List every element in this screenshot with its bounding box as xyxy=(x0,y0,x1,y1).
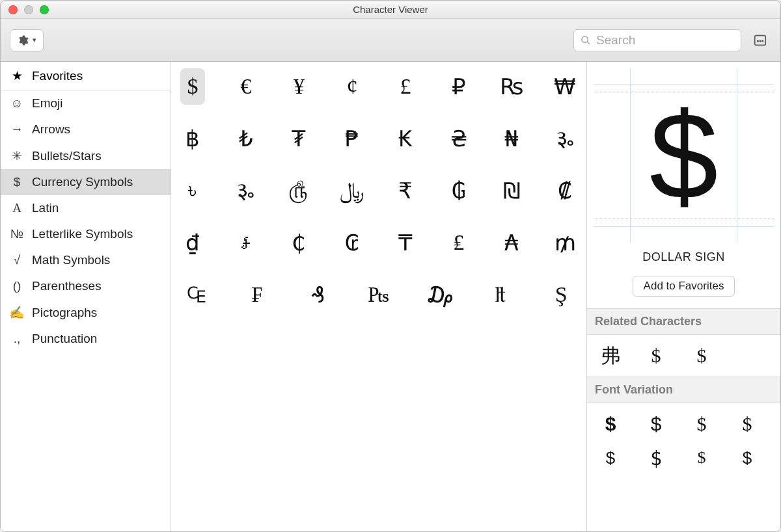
font-variation[interactable]: $ xyxy=(597,411,623,437)
sidebar-category-item[interactable]: .,Punctuation xyxy=(1,326,171,352)
font-variation-row: $$$$ xyxy=(587,445,780,479)
related-header: Related Characters xyxy=(587,308,780,335)
character-cell[interactable]: ฿ xyxy=(180,120,205,157)
category-icon: ✳ xyxy=(10,148,24,163)
category-label: Latin xyxy=(32,201,59,215)
sidebar-category-item[interactable]: $Currency Symbols xyxy=(1,169,171,195)
font-variation[interactable]: $ xyxy=(643,411,669,437)
category-icon: ☺ xyxy=(10,96,24,111)
add-to-favorites-button[interactable]: Add to Favorites xyxy=(633,276,735,297)
character-cell[interactable]: € xyxy=(234,68,258,105)
character-cell[interactable]: ₹ xyxy=(393,172,418,209)
category-icon: ✍ xyxy=(10,305,24,320)
character-grid: $€¥¢£₽₨₩฿₺₮₱₭₴₦૱৳૱௹﷼₹₲₪₡₫៛₵₢₸₤₳₥₠₣₰₧₯₶Ş xyxy=(171,62,586,531)
character-cell[interactable]: ৳ xyxy=(180,172,205,209)
svg-line-1 xyxy=(587,42,590,44)
category-list: ☺Emoji→Arrows✳Bullets/Stars$Currency Sym… xyxy=(1,90,171,531)
category-icon: () xyxy=(10,279,24,293)
font-variation[interactable]: $ xyxy=(689,445,715,471)
category-label: Currency Symbols xyxy=(32,175,133,189)
preview-glyph[interactable]: $ xyxy=(650,85,719,226)
sidebar-category-item[interactable]: √Math Symbols xyxy=(1,247,171,273)
svg-rect-3 xyxy=(757,40,759,42)
character-cell[interactable]: ₴ xyxy=(446,120,471,157)
toolbar: ▾ xyxy=(1,19,780,62)
character-cell[interactable]: ₯ xyxy=(424,276,456,313)
character-cell[interactable]: ₱ xyxy=(340,120,364,157)
sidebar-favorites-label: Favorites xyxy=(32,69,83,83)
character-cell[interactable]: ₢ xyxy=(340,224,364,261)
sidebar-favorites[interactable]: ★ Favorites xyxy=(1,62,171,90)
character-cell[interactable]: ₺ xyxy=(234,120,258,157)
search-field[interactable] xyxy=(573,29,741,51)
character-cell[interactable]: ₧ xyxy=(363,276,394,313)
character-cell[interactable]: ₵ xyxy=(287,224,312,261)
character-cell[interactable]: ₭ xyxy=(393,120,418,157)
sidebar-category-item[interactable]: №Letterlike Symbols xyxy=(1,221,171,247)
character-cell[interactable]: ₡ xyxy=(553,172,577,209)
category-icon: A xyxy=(10,201,24,215)
svg-rect-5 xyxy=(761,40,763,42)
font-variation[interactable]: $ xyxy=(734,411,760,437)
character-preview: $ xyxy=(587,62,780,249)
character-cell[interactable]: ₽ xyxy=(446,68,471,105)
character-cell[interactable]: ₪ xyxy=(500,172,525,209)
character-cell[interactable]: ₲ xyxy=(446,172,471,209)
character-cell[interactable]: ₣ xyxy=(241,276,273,313)
character-cell[interactable]: ¢ xyxy=(340,68,364,105)
character-cell[interactable]: $ xyxy=(180,68,205,105)
detail-panel: $ DOLLAR SIGN Add to Favorites Related C… xyxy=(586,62,780,531)
font-variation[interactable]: $ xyxy=(597,445,623,471)
sidebar-category-item[interactable]: ✍Pictographs xyxy=(1,299,171,326)
character-cell[interactable]: ﷼ xyxy=(340,172,364,209)
font-variation[interactable]: $ xyxy=(734,445,760,471)
character-cell[interactable]: £ xyxy=(393,68,418,105)
settings-menu-button[interactable]: ▾ xyxy=(10,29,44,51)
window-title: Character Viewer xyxy=(1,4,780,15)
category-label: Punctuation xyxy=(32,332,97,346)
character-cell[interactable]: ૱ xyxy=(553,120,577,157)
toggle-compact-button[interactable] xyxy=(749,29,771,51)
character-cell[interactable]: ៛ xyxy=(234,224,258,261)
category-label: Pictographs xyxy=(32,306,97,320)
search-input[interactable] xyxy=(596,33,734,47)
category-label: Math Symbols xyxy=(32,253,110,267)
category-icon: № xyxy=(10,227,24,241)
character-cell[interactable]: ₦ xyxy=(500,120,525,157)
category-label: Parentheses xyxy=(32,279,102,293)
sidebar-category-item[interactable]: ☺Emoji xyxy=(1,90,171,116)
category-label: Emoji xyxy=(32,96,63,111)
character-cell[interactable]: ₶ xyxy=(484,276,516,313)
font-variation[interactable]: $ xyxy=(689,411,715,437)
character-cell[interactable]: ௹ xyxy=(286,172,311,209)
character-cell[interactable]: ₫ xyxy=(180,224,205,261)
character-cell[interactable]: Ş xyxy=(545,276,577,313)
related-character[interactable]: 弗 xyxy=(597,343,623,369)
font-variation-header: Font Variation xyxy=(587,377,780,403)
character-cell[interactable]: ₨ xyxy=(500,68,525,105)
character-cell[interactable]: ₠ xyxy=(180,276,212,313)
related-character[interactable]: $ xyxy=(689,343,715,369)
svg-rect-4 xyxy=(760,40,761,42)
character-cell[interactable]: ₮ xyxy=(287,120,312,157)
category-icon: ., xyxy=(10,332,24,346)
category-icon: √ xyxy=(10,253,24,267)
sidebar-category-item[interactable]: ()Parentheses xyxy=(1,273,171,299)
svg-point-0 xyxy=(582,36,588,42)
sidebar-category-item[interactable]: ALatin xyxy=(1,195,171,221)
character-cell[interactable]: ₥ xyxy=(553,224,577,261)
character-cell[interactable]: ₳ xyxy=(500,224,525,261)
category-icon: $ xyxy=(10,175,24,189)
character-cell[interactable]: ₸ xyxy=(393,224,418,261)
character-cell[interactable]: ¥ xyxy=(287,68,312,105)
main-area: ★ Favorites ☺Emoji→Arrows✳Bullets/Stars$… xyxy=(1,62,780,531)
character-cell[interactable]: ₩ xyxy=(553,68,577,105)
related-character[interactable]: $ xyxy=(643,343,669,369)
sidebar-category-item[interactable]: ✳Bullets/Stars xyxy=(1,142,171,169)
font-variation-row: $$$$ xyxy=(587,403,780,445)
character-cell[interactable]: ૱ xyxy=(234,172,258,209)
character-cell[interactable]: ₰ xyxy=(302,276,334,313)
font-variation[interactable]: $ xyxy=(643,445,669,471)
sidebar-category-item[interactable]: →Arrows xyxy=(1,116,171,142)
character-cell[interactable]: ₤ xyxy=(446,224,471,261)
